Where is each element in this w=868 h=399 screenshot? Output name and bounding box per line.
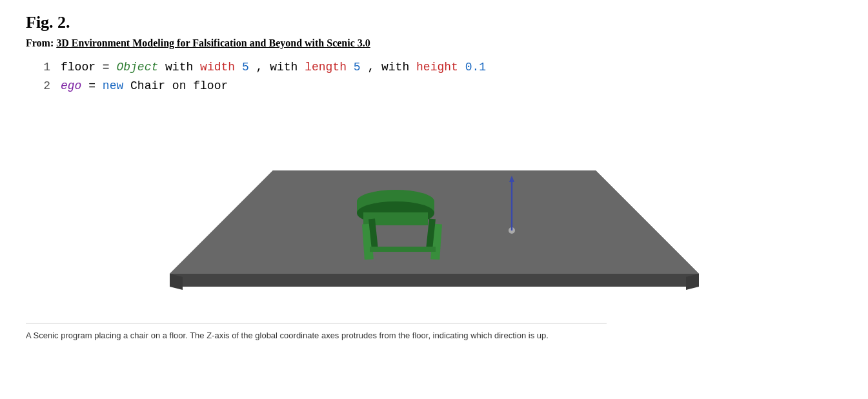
code-block: 1 floor = Object with width 5 , with len… [26,58,842,96]
line-num-2: 2 [39,77,50,96]
code-text-1: floor = Object with width 5 , with lengt… [61,58,486,77]
from-line: From: 3D Environment Modeling for Falsif… [26,37,842,49]
code-text-2: ego = new Chair on floor [61,77,228,96]
fig-title: Fig. 2. [26,13,842,32]
svg-rect-13 [370,247,436,252]
code-line-1: 1 floor = Object with width 5 , with len… [39,58,842,77]
from-label: From: [26,37,54,48]
svg-marker-2 [170,274,699,287]
scene-svg [144,106,725,312]
line-num-1: 1 [39,58,50,77]
scene-container [26,106,842,312]
caption: A Scenic program placing a chair on a fl… [26,323,607,342]
paper-link[interactable]: 3D Environment Modeling for Falsificatio… [56,37,370,48]
code-line-2: 2 ego = new Chair on floor [39,77,842,96]
